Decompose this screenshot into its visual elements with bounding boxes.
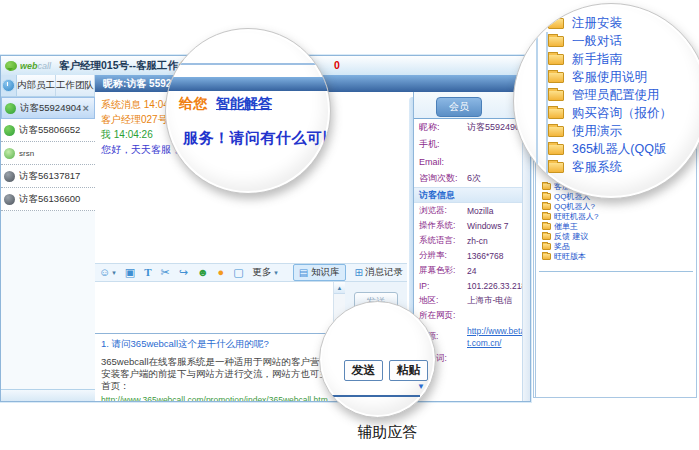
knowledge-base-label: 知识库 bbox=[311, 266, 340, 279]
panel-divider bbox=[539, 271, 693, 272]
folder-item[interactable]: 催单王 bbox=[542, 221, 693, 231]
tab-internal-staff[interactable]: 内部员工 bbox=[17, 75, 56, 96]
folder-item[interactable]: 奖品 bbox=[542, 241, 693, 251]
folder-label: 注册安装 bbox=[572, 15, 622, 32]
visitor-offline-icon bbox=[4, 171, 15, 182]
reply-input[interactable]: ▲ bbox=[95, 282, 346, 333]
field-label: 分辨率: bbox=[419, 250, 467, 262]
folder-item[interactable]: 购买咨询（报价） bbox=[548, 107, 672, 120]
smart-answer-link[interactable]: 智能解答 bbox=[216, 95, 272, 111]
folder-label: 客服使用说明 bbox=[572, 69, 647, 86]
cut-icon[interactable]: ✂ bbox=[161, 267, 170, 278]
field-value: 上海市-电信 bbox=[467, 295, 512, 307]
folder-icon bbox=[542, 183, 551, 190]
folder-label: 新手指南 bbox=[572, 51, 622, 68]
info-row: 屏幕色彩:24 bbox=[414, 263, 530, 278]
folder-label: 365机器人(QQ版 bbox=[572, 141, 666, 158]
window-title: 客户经理015号--客服工作台 bbox=[59, 59, 189, 73]
folder-icon bbox=[548, 162, 564, 173]
magnified-button-row: 发送 粘贴 bbox=[344, 360, 428, 381]
visitor-online-icon bbox=[5, 103, 16, 114]
paste-button[interactable]: 粘贴 bbox=[389, 360, 428, 381]
message-history-icon: ⊞ bbox=[355, 267, 363, 278]
visitor-row[interactable]: 访客55806652 bbox=[1, 119, 95, 142]
folder-item[interactable]: 使用演示 bbox=[548, 125, 672, 138]
magnified-panel-border bbox=[536, 32, 548, 188]
sidebar-tabs: 内部员工 工作团队 bbox=[1, 75, 95, 97]
whiteboard-icon[interactable]: ▢ bbox=[233, 267, 243, 278]
logo-call: call bbox=[38, 61, 52, 71]
folder-label: 客服系统 bbox=[572, 159, 622, 176]
screenshot-icon[interactable]: ▣ bbox=[125, 267, 135, 278]
close-icon[interactable]: × bbox=[81, 102, 91, 114]
magnified-chat-header bbox=[166, 77, 330, 91]
folder-label: 管理员配置使用 bbox=[572, 87, 660, 104]
member-tab[interactable]: 会员 bbox=[436, 97, 482, 117]
folder-item[interactable]: 一般对话 bbox=[548, 35, 672, 48]
field-label: 屏幕色彩: bbox=[419, 265, 467, 277]
folder-item[interactable]: 365机器人(QQ版 bbox=[548, 143, 672, 156]
logo-web: web bbox=[20, 61, 38, 71]
folder-item[interactable]: 反馈 建议 bbox=[542, 231, 693, 241]
message-history-button[interactable]: ⊞ 消息记录 bbox=[355, 266, 403, 279]
field-label: Email: bbox=[419, 157, 467, 167]
source-link[interactable]: http://www.betasc t.com.cn/ bbox=[467, 325, 530, 349]
folder-icon bbox=[548, 126, 564, 137]
folder-item[interactable]: QQ机器人? bbox=[542, 201, 693, 211]
field-label: 系统语言: bbox=[419, 235, 467, 247]
folder-item[interactable]: 旺旺版本 bbox=[542, 251, 693, 261]
invite-agent-icon[interactable]: ☻ bbox=[197, 267, 209, 278]
field-label: 所在网页: bbox=[419, 310, 467, 322]
folder-item[interactable]: 旺旺机器人? bbox=[542, 211, 693, 221]
folder-icon bbox=[548, 108, 564, 119]
info-row: 分辨率:1366*768 bbox=[414, 248, 530, 263]
font-icon[interactable]: T bbox=[144, 267, 151, 278]
visitor-row[interactable]: srsn bbox=[1, 142, 95, 165]
knowledge-base-button[interactable]: ▤ 知识库 bbox=[293, 264, 346, 281]
send-button[interactable]: 发送 bbox=[344, 360, 383, 381]
field-value: 24 bbox=[467, 266, 476, 276]
info-row: 地区:上海市-电信 bbox=[414, 293, 530, 308]
folder-icon bbox=[542, 233, 551, 240]
status-filter-button[interactable] bbox=[1, 75, 17, 96]
field-label: IP: bbox=[419, 281, 467, 291]
chat-toolbar: ☺ ▾ ▣ T ✂ ↪ ☻ ● ▢ 更多 ▾ ▤ 知识库 ⊞ bbox=[95, 263, 407, 282]
field-value: 6次 bbox=[467, 172, 481, 185]
stat-tail-digit: 0 bbox=[334, 59, 340, 71]
buzz-icon[interactable]: ● bbox=[218, 267, 225, 278]
visitor-name: 访客56137817 bbox=[19, 170, 92, 183]
source-link-line[interactable]: t.com.cn/ bbox=[467, 337, 530, 349]
folder-label: 旺旺版本 bbox=[554, 251, 586, 262]
emoticon-icon[interactable]: ☺ bbox=[99, 267, 110, 278]
folder-item[interactable]: 客服系统 bbox=[548, 161, 672, 174]
field-value: Mozilla bbox=[467, 206, 493, 216]
field-label: 昵称: bbox=[419, 121, 467, 134]
field-label: 操作系统: bbox=[419, 220, 467, 232]
message-history-label: 消息记录 bbox=[365, 266, 403, 279]
chevron-down-icon: ▾ bbox=[274, 269, 278, 276]
more-menu[interactable]: 更多 ▾ bbox=[253, 266, 278, 279]
visitor-row[interactable]: 访客56136600 bbox=[1, 188, 95, 211]
visitor-row[interactable]: 访客56137817 bbox=[1, 165, 95, 188]
folder-icon bbox=[542, 213, 551, 220]
source-link-line[interactable]: http://www.betasc bbox=[467, 325, 530, 337]
chevron-down-icon[interactable]: ▾ bbox=[112, 269, 116, 277]
folder-item[interactable]: 注册安装 bbox=[548, 17, 672, 30]
field-value: 访客5592490 bbox=[467, 121, 520, 134]
folder-item[interactable]: 新手指南 bbox=[548, 53, 672, 66]
file-send-icon[interactable]: ↪ bbox=[179, 267, 188, 278]
info-row: 咨询次数:6次 bbox=[414, 170, 530, 187]
visitor-online-icon bbox=[4, 125, 15, 136]
magnifier-buttons: 发送 粘贴 ▼ bbox=[319, 301, 436, 418]
figure-caption: 辅助应答 bbox=[325, 423, 450, 442]
tab-work-team[interactable]: 工作团队 bbox=[56, 75, 95, 96]
folder-item[interactable]: 管理员配置使用 bbox=[548, 89, 672, 102]
info-scrollbar[interactable] bbox=[522, 119, 530, 401]
visitor-name: 访客55924904 bbox=[20, 102, 81, 115]
scroll-up-icon[interactable]: ▲ bbox=[334, 282, 345, 294]
folder-item[interactable]: 客服使用说明 bbox=[548, 71, 672, 84]
magnifier-chat: 给您智能解答 服务！请问有什么可以 bbox=[165, 28, 331, 194]
visitor-info-section-title: 访客信息 bbox=[414, 187, 530, 203]
scroll-down-icon: ▼ bbox=[417, 382, 425, 391]
visitor-row[interactable]: 访客55924904 × bbox=[1, 97, 95, 119]
